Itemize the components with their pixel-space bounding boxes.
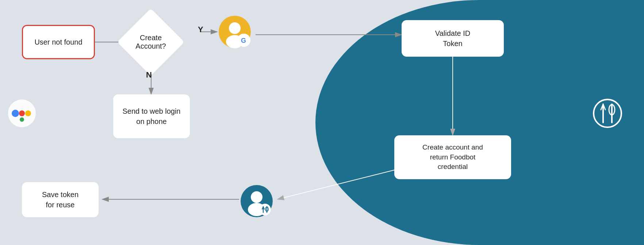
user-not-found-box: User not found (22, 25, 95, 59)
diamond-shape (117, 8, 184, 76)
google-assistant-icon (7, 99, 37, 128)
svg-point-13 (20, 117, 24, 122)
svg-point-28 (259, 204, 271, 215)
svg-point-19 (594, 99, 621, 127)
create-account-return-label: Create account andreturn Foodbotcredenti… (394, 135, 511, 179)
validate-id-label: Validate IDToken (402, 20, 504, 57)
save-token-box: Save tokenfor reuse (22, 182, 99, 217)
svg-point-26 (251, 191, 262, 203)
google-person-icon: G (218, 15, 251, 48)
validate-id-box: Validate IDToken (402, 20, 504, 57)
create-account-return-box: Create account andreturn Foodbotcredenti… (394, 135, 511, 179)
svg-point-12 (25, 110, 31, 116)
svg-point-15 (229, 22, 241, 34)
foodbot-person-bottom-icon (240, 185, 273, 218)
user-not-found-label: User not found (22, 25, 95, 59)
send-to-web-label: Send to web loginon phone (113, 94, 190, 138)
save-token-label: Save tokenfor reuse (22, 182, 99, 217)
svg-point-11 (19, 110, 25, 116)
foodbot-top-right-icon (593, 99, 622, 128)
label-y: Y (198, 25, 203, 34)
svg-point-10 (12, 110, 19, 117)
create-account-diamond: CreateAccount? (127, 18, 175, 66)
send-to-web-box: Send to web loginon phone (113, 94, 190, 138)
svg-text:G: G (241, 37, 246, 44)
label-n: N (146, 70, 152, 80)
